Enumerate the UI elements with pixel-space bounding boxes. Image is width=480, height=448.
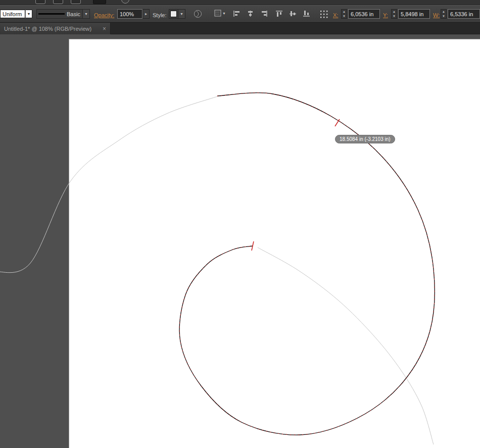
spiral-path-red-dashes	[179, 93, 435, 435]
spiral-construction-outer	[0, 96, 217, 273]
w-label[interactable]: W:	[433, 12, 440, 18]
stroke-preview-swatch	[38, 13, 65, 15]
align-left-button[interactable]	[232, 10, 241, 18]
illustrator-window: Uniform ▼ Basic ▼ Opacity: ▸ Style: ▼	[0, 0, 480, 448]
spiral-path	[179, 93, 435, 435]
x-input[interactable]	[348, 9, 380, 19]
align-center-icon	[246, 10, 255, 18]
toolbar-partial-circle-icon[interactable]	[121, 0, 129, 4]
graphic-style-select[interactable]: ▼	[169, 9, 185, 19]
step-up-icon[interactable]: ▲	[441, 10, 446, 14]
document-tab-bar: Untitled-1* @ 108% (RGB/Preview) ×	[0, 23, 480, 34]
reference-point-grid-icon	[319, 10, 329, 19]
width-profile-select[interactable]: Uniform	[0, 10, 25, 18]
y-input[interactable]	[398, 9, 430, 19]
brush-name: Basic	[67, 11, 82, 17]
y-stepper[interactable]: ▲ ▼	[391, 9, 397, 19]
opacity-more-button[interactable]: ▸	[142, 9, 150, 19]
canvas-area[interactable]: 18.5084 in (-3.2103 in)	[0, 34, 480, 448]
brush-dropdown-arrow-icon[interactable]: ▼	[82, 10, 89, 18]
brush-definition-select[interactable]: Basic ▼	[36, 9, 90, 19]
w-stepper[interactable]: ▲ ▼	[441, 9, 447, 19]
style-dropdown-arrow-icon[interactable]: ▼	[178, 10, 185, 18]
width-profile-value: Uniform	[3, 11, 22, 17]
style-label: Style:	[153, 12, 167, 18]
artboard-grid-icon	[214, 10, 221, 17]
toolbar-partial-button[interactable]	[53, 0, 63, 4]
spiral-construction-inner	[258, 247, 434, 444]
style-swatch	[170, 11, 177, 17]
measure-tooltip: 18.5084 in (-3.2103 in)	[335, 135, 395, 143]
align-to-dropdown[interactable]: ▼	[214, 10, 226, 17]
toolbar-partial-button[interactable]	[35, 0, 45, 4]
align-bottom-icon	[302, 10, 311, 18]
align-right-icon	[260, 10, 268, 18]
globe-icon	[194, 10, 202, 18]
align-left-icon	[232, 10, 241, 18]
step-up-icon[interactable]: ▲	[342, 10, 347, 14]
align-center-button[interactable]	[246, 10, 255, 18]
w-input[interactable]	[448, 9, 480, 19]
toolbar-partial-button[interactable]	[71, 0, 81, 4]
opacity-input[interactable]	[117, 9, 142, 19]
align-top-icon	[275, 10, 283, 18]
tab-close-icon[interactable]: ×	[103, 25, 106, 32]
toolbar-clipped-strip	[0, 0, 480, 5]
document-tab[interactable]: Untitled-1* @ 108% (RGB/Preview) ×	[0, 23, 111, 34]
step-down-icon[interactable]: ▼	[392, 14, 397, 19]
align-top-button[interactable]	[275, 10, 283, 18]
opacity-label[interactable]: Opacity:	[94, 12, 114, 18]
toolbar-partial-button[interactable]	[93, 0, 106, 4]
chevron-down-icon: ▼	[222, 12, 226, 15]
width-profile-dropdown-arrow-icon[interactable]: ▼	[25, 10, 32, 18]
spiral-artwork[interactable]	[0, 34, 480, 448]
control-bar: Uniform ▼ Basic ▼ Opacity: ▸ Style: ▼	[0, 5, 480, 23]
recolor-artwork-button[interactable]	[194, 10, 202, 18]
step-down-icon[interactable]: ▼	[342, 14, 347, 19]
document-tab-title: Untitled-1* @ 108% (RGB/Preview)	[4, 26, 100, 32]
align-middle-icon	[289, 10, 297, 18]
x-stepper[interactable]: ▲ ▼	[341, 9, 347, 19]
reference-point-locator[interactable]	[319, 10, 329, 19]
align-bottom-button[interactable]	[302, 10, 311, 18]
align-right-button[interactable]	[260, 10, 268, 18]
align-middle-button[interactable]	[289, 10, 297, 18]
x-label[interactable]: X:	[333, 12, 338, 18]
y-label[interactable]: Y:	[383, 12, 388, 18]
step-down-icon[interactable]: ▼	[441, 14, 446, 19]
step-up-icon[interactable]: ▲	[392, 10, 397, 14]
